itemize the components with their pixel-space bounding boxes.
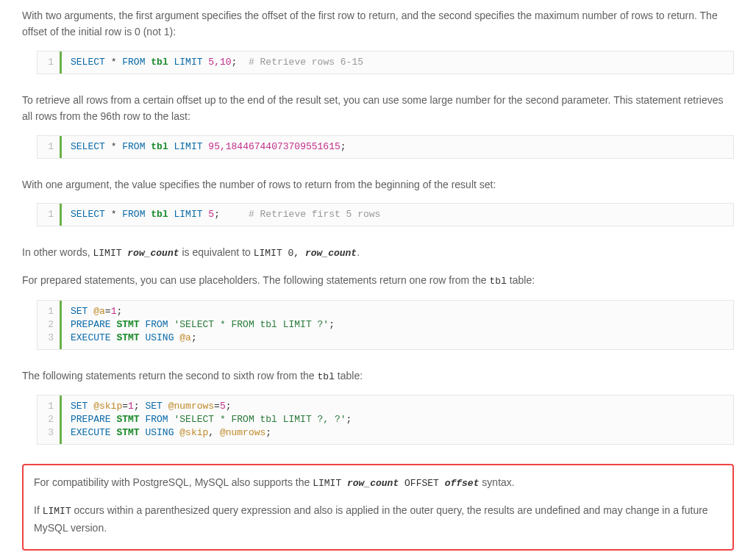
line-gutter: 1 bbox=[38, 51, 62, 74]
line-gutter: 1 bbox=[38, 136, 62, 158]
text: The following statements return the seco… bbox=[22, 370, 318, 382]
keyword-limit: LIMIT bbox=[174, 141, 203, 152]
keyword-using: USING bbox=[145, 427, 174, 438]
semicolon: ; bbox=[191, 332, 197, 343]
semicolon: ; bbox=[214, 209, 220, 220]
user-var: @a bbox=[93, 306, 105, 317]
user-var: @numrows bbox=[220, 427, 265, 438]
code-content: SET @a=1; PREPARE STMT FROM 'SELECT * FR… bbox=[62, 301, 343, 349]
code-content: SELECT * FROM tbl LIMIT 5,10; # Retrieve… bbox=[62, 51, 372, 74]
keyword-from: FROM bbox=[145, 319, 168, 330]
keyword-set: SET bbox=[71, 401, 88, 412]
star: * bbox=[111, 57, 117, 68]
code-block-prepare-one: 1 2 3 SET @a=1; PREPARE STMT FROM 'SELEC… bbox=[37, 300, 734, 350]
keyword-from: FROM bbox=[122, 57, 145, 68]
stmt-name: STMT bbox=[116, 427, 139, 438]
comment: # Retrieve first 5 rows bbox=[249, 209, 380, 220]
number-literal: 5,10 bbox=[208, 57, 231, 68]
keyword-from: FROM bbox=[122, 209, 145, 220]
code-inline-italic: row_count bbox=[305, 248, 357, 259]
table-name: tbl bbox=[151, 209, 168, 220]
equals: = bbox=[122, 401, 128, 412]
user-var: @skip bbox=[179, 427, 208, 438]
number-literal: 1 bbox=[128, 401, 134, 412]
text: is equivalent to bbox=[179, 246, 254, 258]
code-inline: tbl bbox=[490, 276, 507, 287]
paragraph-second-to-sixth: The following statements return the seco… bbox=[22, 368, 734, 385]
semicolon: ; bbox=[329, 319, 335, 330]
keyword-set: SET bbox=[71, 306, 88, 317]
semicolon: ; bbox=[265, 427, 271, 438]
comma: , bbox=[208, 427, 220, 438]
paragraph-postgres-compat: For compatibility with PostgreSQL, MySQL… bbox=[34, 474, 722, 492]
table-name: tbl bbox=[151, 141, 168, 152]
text: If bbox=[34, 504, 43, 516]
paragraph-prepared: For prepared statements, you can use pla… bbox=[22, 272, 734, 290]
text: For compatibility with PostgreSQL, MySQL… bbox=[34, 476, 313, 488]
string-literal: 'SELECT * FROM tbl LIMIT ?' bbox=[174, 319, 329, 330]
code-inline: LIMIT 0, bbox=[254, 248, 305, 259]
star: * bbox=[111, 141, 117, 152]
keyword-select: SELECT bbox=[71, 141, 105, 152]
equals: = bbox=[214, 401, 220, 412]
code-inline: LIMIT bbox=[43, 506, 71, 517]
code-inline-italic: offset bbox=[445, 478, 479, 489]
stmt-name: STMT bbox=[116, 332, 139, 343]
line-number: 1 bbox=[38, 208, 60, 221]
comment: # Retrieve rows 6-15 bbox=[249, 57, 363, 68]
text: table: bbox=[335, 370, 363, 382]
line-number: 1 bbox=[38, 305, 60, 318]
paragraph-one-arg: With one argument, the value specifies t… bbox=[22, 176, 734, 193]
text: occurs within a parenthesized query expr… bbox=[34, 504, 708, 534]
line-number: 1 bbox=[38, 140, 60, 154]
keyword-limit: LIMIT bbox=[174, 57, 203, 68]
code-inline: LIMIT bbox=[313, 478, 347, 489]
number-literal: 5 bbox=[208, 209, 214, 220]
semicolon: ; bbox=[340, 141, 346, 152]
user-var: @numrows bbox=[168, 401, 214, 412]
line-number: 1 bbox=[38, 400, 60, 413]
line-gutter: 1 2 3 bbox=[38, 301, 62, 349]
keyword-select: SELECT bbox=[71, 209, 105, 220]
text: . bbox=[357, 246, 360, 258]
code-content: SELECT * FROM tbl LIMIT 5; # Retrieve fi… bbox=[62, 204, 389, 226]
paragraph-all-from-offset: To retrieve all rows from a certain offs… bbox=[22, 92, 734, 125]
code-block-prepare-two: 1 2 3 SET @skip=1; SET @numrows=5; PREPA… bbox=[37, 395, 734, 445]
user-var: @a bbox=[179, 332, 191, 343]
semicolon: ; bbox=[232, 57, 238, 68]
keyword-prepare: PREPARE bbox=[71, 414, 111, 425]
number-literal: 95,18446744073709551615 bbox=[208, 141, 340, 152]
keyword-from: FROM bbox=[122, 141, 145, 152]
code-inline: tbl bbox=[318, 371, 335, 382]
equals: = bbox=[105, 306, 111, 317]
semicolon: ; bbox=[346, 414, 352, 425]
keyword-from: FROM bbox=[145, 414, 168, 425]
semicolon: ; bbox=[226, 401, 232, 412]
code-inline-italic: row_count bbox=[127, 248, 179, 259]
code-inline: LIMIT bbox=[93, 248, 128, 259]
code-inline-italic: row_count bbox=[347, 478, 399, 489]
keyword-limit: LIMIT bbox=[174, 209, 203, 220]
text: For prepared statements, you can use pla… bbox=[22, 274, 490, 286]
semicolon: ; bbox=[116, 306, 122, 317]
user-var: @skip bbox=[93, 401, 122, 412]
line-number: 3 bbox=[38, 426, 60, 440]
keyword-using: USING bbox=[145, 332, 174, 343]
semicolon: ; bbox=[134, 401, 146, 412]
code-block-limit-two-args: 1 SELECT * FROM tbl LIMIT 5,10; # Retrie… bbox=[37, 51, 734, 74]
keyword-set: SET bbox=[145, 401, 162, 412]
code-block-limit-one-arg: 1 SELECT * FROM tbl LIMIT 5; # Retrieve … bbox=[37, 203, 734, 226]
line-number: 3 bbox=[38, 332, 60, 345]
paragraph-parenthesized-warning: If LIMIT occurs within a parenthesized q… bbox=[34, 502, 722, 536]
stmt-name: STMT bbox=[116, 414, 139, 425]
code-inline: OFFSET bbox=[399, 478, 444, 489]
keyword-execute: EXECUTE bbox=[71, 427, 111, 438]
text: syntax. bbox=[479, 476, 514, 488]
code-block-large-offset: 1 SELECT * FROM tbl LIMIT 95,18446744073… bbox=[37, 135, 734, 159]
keyword-prepare: PREPARE bbox=[71, 319, 111, 330]
code-content: SET @skip=1; SET @numrows=5; PREPARE STM… bbox=[62, 395, 360, 444]
number-literal: 5 bbox=[220, 401, 226, 412]
line-gutter: 1 2 3 bbox=[38, 395, 62, 444]
stmt-name: STMT bbox=[116, 319, 139, 330]
table-name: tbl bbox=[151, 57, 168, 68]
